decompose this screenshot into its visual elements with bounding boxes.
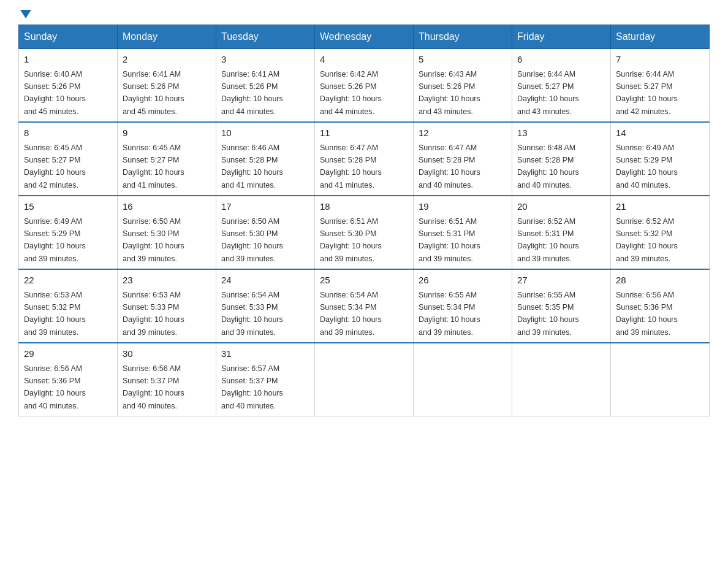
day-number: 5	[419, 53, 507, 67]
calendar-cell: 29 Sunrise: 6:56 AMSunset: 5:36 PMDaylig…	[19, 343, 118, 416]
week-row-1: 1 Sunrise: 6:40 AMSunset: 5:26 PMDayligh…	[19, 49, 710, 123]
day-info: Sunrise: 6:42 AMSunset: 5:26 PMDaylight:…	[320, 70, 382, 116]
day-number: 24	[221, 274, 309, 288]
day-info: Sunrise: 6:48 AMSunset: 5:28 PMDaylight:…	[517, 144, 579, 190]
day-info: Sunrise: 6:47 AMSunset: 5:28 PMDaylight:…	[419, 144, 480, 190]
week-row-4: 22 Sunrise: 6:53 AMSunset: 5:32 PMDaylig…	[19, 269, 710, 343]
calendar-cell	[611, 343, 710, 416]
calendar-cell: 19 Sunrise: 6:51 AMSunset: 5:31 PMDaylig…	[414, 196, 512, 269]
weekday-header-tuesday: Tuesday	[216, 25, 315, 49]
day-number: 21	[616, 200, 704, 214]
calendar-cell: 31 Sunrise: 6:57 AMSunset: 5:37 PMDaylig…	[216, 343, 315, 416]
calendar-cell: 17 Sunrise: 6:50 AMSunset: 5:30 PMDaylig…	[216, 196, 315, 269]
day-info: Sunrise: 6:55 AMSunset: 5:35 PMDaylight:…	[517, 291, 579, 337]
day-info: Sunrise: 6:57 AMSunset: 5:37 PMDaylight:…	[221, 364, 283, 410]
day-number: 22	[24, 274, 112, 288]
calendar-cell	[512, 343, 611, 416]
day-info: Sunrise: 6:56 AMSunset: 5:36 PMDaylight:…	[616, 291, 678, 337]
weekday-header-saturday: Saturday	[611, 25, 710, 49]
day-number: 7	[616, 53, 704, 67]
day-info: Sunrise: 6:41 AMSunset: 5:26 PMDaylight:…	[123, 70, 184, 116]
logo	[18, 12, 31, 18]
calendar-cell: 30 Sunrise: 6:56 AMSunset: 5:37 PMDaylig…	[118, 343, 216, 416]
weekday-header-row: SundayMondayTuesdayWednesdayThursdayFrid…	[19, 25, 710, 49]
day-number: 18	[320, 200, 408, 214]
calendar-cell: 22 Sunrise: 6:53 AMSunset: 5:32 PMDaylig…	[19, 269, 118, 343]
day-number: 25	[320, 274, 408, 288]
day-info: Sunrise: 6:53 AMSunset: 5:33 PMDaylight:…	[123, 291, 184, 337]
week-row-5: 29 Sunrise: 6:56 AMSunset: 5:36 PMDaylig…	[19, 343, 710, 416]
weekday-header-thursday: Thursday	[414, 25, 512, 49]
calendar-cell: 14 Sunrise: 6:49 AMSunset: 5:29 PMDaylig…	[611, 122, 710, 196]
calendar-cell: 13 Sunrise: 6:48 AMSunset: 5:28 PMDaylig…	[512, 122, 611, 196]
day-number: 10	[221, 126, 309, 140]
day-info: Sunrise: 6:45 AMSunset: 5:27 PMDaylight:…	[123, 144, 184, 190]
calendar-table: SundayMondayTuesdayWednesdayThursdayFrid…	[18, 25, 710, 416]
calendar-cell: 24 Sunrise: 6:54 AMSunset: 5:33 PMDaylig…	[216, 269, 315, 343]
calendar-cell: 15 Sunrise: 6:49 AMSunset: 5:29 PMDaylig…	[19, 196, 118, 269]
page-header	[18, 12, 710, 18]
calendar-cell: 21 Sunrise: 6:52 AMSunset: 5:32 PMDaylig…	[611, 196, 710, 269]
day-number: 27	[517, 274, 605, 288]
calendar-cell: 7 Sunrise: 6:44 AMSunset: 5:27 PMDayligh…	[611, 49, 710, 123]
day-number: 26	[419, 274, 507, 288]
day-number: 15	[24, 200, 112, 214]
day-info: Sunrise: 6:45 AMSunset: 5:27 PMDaylight:…	[24, 144, 86, 190]
calendar-cell: 6 Sunrise: 6:44 AMSunset: 5:27 PMDayligh…	[512, 49, 611, 123]
calendar-cell: 10 Sunrise: 6:46 AMSunset: 5:28 PMDaylig…	[216, 122, 315, 196]
weekday-header-monday: Monday	[118, 25, 216, 49]
day-info: Sunrise: 6:49 AMSunset: 5:29 PMDaylight:…	[24, 217, 86, 263]
calendar-cell	[315, 343, 414, 416]
day-number: 14	[616, 126, 704, 140]
logo-triangle-icon	[20, 10, 31, 18]
day-info: Sunrise: 6:54 AMSunset: 5:33 PMDaylight:…	[221, 291, 283, 337]
calendar-cell: 8 Sunrise: 6:45 AMSunset: 5:27 PMDayligh…	[19, 122, 118, 196]
day-number: 8	[24, 126, 112, 140]
day-info: Sunrise: 6:54 AMSunset: 5:34 PMDaylight:…	[320, 291, 382, 337]
day-info: Sunrise: 6:51 AMSunset: 5:30 PMDaylight:…	[320, 217, 382, 263]
day-info: Sunrise: 6:44 AMSunset: 5:27 PMDaylight:…	[517, 70, 579, 116]
day-info: Sunrise: 6:50 AMSunset: 5:30 PMDaylight:…	[123, 217, 184, 263]
calendar-cell: 3 Sunrise: 6:41 AMSunset: 5:26 PMDayligh…	[216, 49, 315, 123]
week-row-2: 8 Sunrise: 6:45 AMSunset: 5:27 PMDayligh…	[19, 122, 710, 196]
calendar-cell: 16 Sunrise: 6:50 AMSunset: 5:30 PMDaylig…	[118, 196, 216, 269]
day-number: 11	[320, 126, 408, 140]
day-number: 12	[419, 126, 507, 140]
calendar-cell: 5 Sunrise: 6:43 AMSunset: 5:26 PMDayligh…	[414, 49, 512, 123]
day-number: 3	[221, 53, 309, 67]
day-info: Sunrise: 6:53 AMSunset: 5:32 PMDaylight:…	[24, 291, 86, 337]
weekday-header-friday: Friday	[512, 25, 611, 49]
weekday-header-wednesday: Wednesday	[315, 25, 414, 49]
day-number: 9	[123, 126, 211, 140]
day-info: Sunrise: 6:56 AMSunset: 5:36 PMDaylight:…	[24, 364, 86, 410]
day-number: 29	[24, 347, 112, 361]
day-info: Sunrise: 6:52 AMSunset: 5:31 PMDaylight:…	[517, 217, 579, 263]
day-info: Sunrise: 6:40 AMSunset: 5:26 PMDaylight:…	[24, 70, 86, 116]
day-number: 23	[123, 274, 211, 288]
day-number: 28	[616, 274, 704, 288]
day-number: 19	[419, 200, 507, 214]
day-number: 13	[517, 126, 605, 140]
calendar-cell: 20 Sunrise: 6:52 AMSunset: 5:31 PMDaylig…	[512, 196, 611, 269]
calendar-cell	[414, 343, 512, 416]
day-info: Sunrise: 6:50 AMSunset: 5:30 PMDaylight:…	[221, 217, 283, 263]
calendar-cell: 9 Sunrise: 6:45 AMSunset: 5:27 PMDayligh…	[118, 122, 216, 196]
day-info: Sunrise: 6:41 AMSunset: 5:26 PMDaylight:…	[221, 70, 283, 116]
week-row-3: 15 Sunrise: 6:49 AMSunset: 5:29 PMDaylig…	[19, 196, 710, 269]
day-number: 1	[24, 53, 112, 67]
calendar-cell: 27 Sunrise: 6:55 AMSunset: 5:35 PMDaylig…	[512, 269, 611, 343]
calendar-cell: 11 Sunrise: 6:47 AMSunset: 5:28 PMDaylig…	[315, 122, 414, 196]
calendar-cell: 26 Sunrise: 6:55 AMSunset: 5:34 PMDaylig…	[414, 269, 512, 343]
day-number: 6	[517, 53, 605, 67]
day-number: 17	[221, 200, 309, 214]
day-info: Sunrise: 6:47 AMSunset: 5:28 PMDaylight:…	[320, 144, 382, 190]
day-info: Sunrise: 6:55 AMSunset: 5:34 PMDaylight:…	[419, 291, 480, 337]
day-info: Sunrise: 6:56 AMSunset: 5:37 PMDaylight:…	[123, 364, 184, 410]
calendar-cell: 23 Sunrise: 6:53 AMSunset: 5:33 PMDaylig…	[118, 269, 216, 343]
day-number: 16	[123, 200, 211, 214]
day-info: Sunrise: 6:46 AMSunset: 5:28 PMDaylight:…	[221, 144, 283, 190]
calendar-cell: 18 Sunrise: 6:51 AMSunset: 5:30 PMDaylig…	[315, 196, 414, 269]
day-number: 2	[123, 53, 211, 67]
calendar-cell: 28 Sunrise: 6:56 AMSunset: 5:36 PMDaylig…	[611, 269, 710, 343]
day-number: 4	[320, 53, 408, 67]
